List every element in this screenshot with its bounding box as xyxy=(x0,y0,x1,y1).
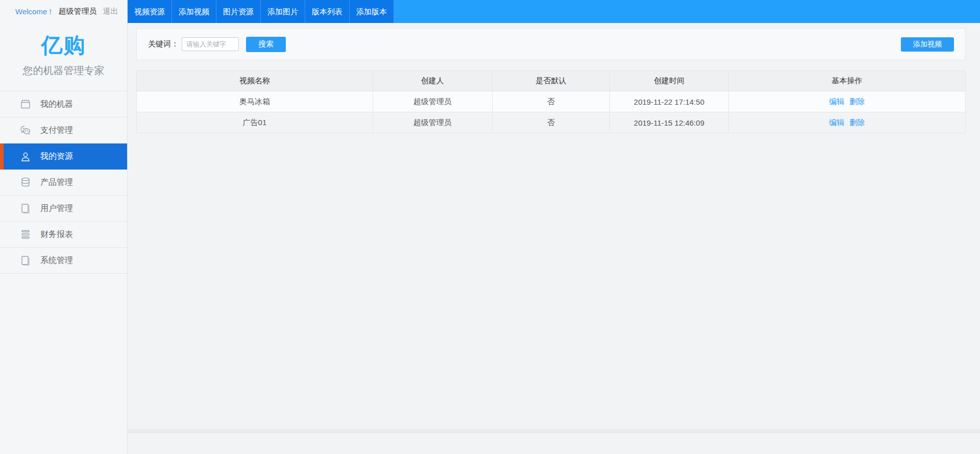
tab-image-resources[interactable]: 图片资源 xyxy=(216,0,261,23)
add-video-button[interactable]: 添加视频 xyxy=(901,37,954,52)
cell-video-name: 广告01 xyxy=(137,112,373,133)
sidebar-item-label: 系统管理 xyxy=(40,255,73,266)
sidebar-item-my-resources[interactable]: 我的资源 xyxy=(0,144,127,170)
sidebar-item-label: 产品管理 xyxy=(40,177,73,188)
brand-tagline: 您的机器管理专家 xyxy=(0,64,127,78)
col-creator: 创建人 xyxy=(373,71,492,91)
col-actions: 基本操作 xyxy=(728,71,966,91)
welcome-text: Welcome ! xyxy=(15,7,52,16)
table-header-row: 视频名称 创建人 是否默认 创建时间 基本操作 xyxy=(137,71,966,91)
sidebar-item-users[interactable]: 用户管理 xyxy=(0,196,127,222)
documents-icon xyxy=(19,202,32,214)
cell-is-default: 否 xyxy=(492,112,610,133)
sidebar-item-label: 财务报表 xyxy=(40,229,73,240)
sidebar-item-products[interactable]: 产品管理 xyxy=(0,170,127,196)
tab-version-list[interactable]: 版本列表 xyxy=(305,0,350,23)
main-area: 视频资源 添加视频 图片资源 添加图片 版本列表 添加版本 关键词： 搜索 添加… xyxy=(128,0,980,454)
cell-is-default: 否 xyxy=(492,91,610,112)
top-nav-tabs: 视频资源 添加视频 图片资源 添加图片 版本列表 添加版本 xyxy=(128,0,394,23)
table-row: 奥马冰箱 超级管理员 否 2019-11-22 17:14:50 编辑 删除 xyxy=(137,91,966,112)
col-video-name: 视频名称 xyxy=(137,71,373,91)
cell-creator: 超级管理员 xyxy=(373,112,492,133)
tab-add-image[interactable]: 添加图片 xyxy=(261,0,305,23)
cell-creator: 超级管理员 xyxy=(373,91,492,112)
keyword-label: 关键词： xyxy=(148,39,179,49)
sidebar-item-label: 用户管理 xyxy=(40,203,73,214)
sidebar-item-label: 我的资源 xyxy=(40,151,73,162)
col-is-default: 是否默认 xyxy=(492,71,610,91)
search-button[interactable]: 搜索 xyxy=(246,37,286,52)
col-created-at: 创建时间 xyxy=(610,71,728,91)
documents-icon xyxy=(19,254,32,267)
sidebar-item-label: 我的机器 xyxy=(40,99,73,110)
tab-add-version[interactable]: 添加版本 xyxy=(350,0,394,23)
current-username: 超级管理员 xyxy=(59,7,97,16)
search-panel: 关键词： 搜索 添加视频 xyxy=(136,28,966,60)
tab-video-resources[interactable]: 视频资源 xyxy=(128,0,172,23)
table-row: 广告01 超级管理员 否 2019-11-15 12:46:09 编辑 删除 xyxy=(137,112,966,133)
sidebar-item-system[interactable]: 系统管理 xyxy=(0,248,127,274)
edit-link[interactable]: 编辑 xyxy=(829,97,844,106)
video-table-wrap: 视频名称 创建人 是否默认 创建时间 基本操作 奥马冰箱 超级管理员 否 201… xyxy=(136,70,966,133)
app-logo: 亿购 xyxy=(0,31,127,60)
logout-link[interactable]: 退出 xyxy=(103,7,118,16)
sidebar-item-label: 支付管理 xyxy=(40,125,73,136)
report-icon xyxy=(19,228,32,241)
delete-link[interactable]: 删除 xyxy=(849,97,865,106)
video-table: 视频名称 创建人 是否默认 创建时间 基本操作 奥马冰箱 超级管理员 否 201… xyxy=(136,70,966,133)
content-panel: 关键词： 搜索 添加视频 视频名称 创建人 是否默认 创建时间 基本操作 xyxy=(128,28,980,433)
sidebar-menu: 我的机器 支付管理 我的资源 产品管理 用户管理 xyxy=(0,91,127,274)
user-icon xyxy=(19,151,32,163)
top-nav: 视频资源 添加视频 图片资源 添加图片 版本列表 添加版本 xyxy=(128,0,980,23)
keyword-input[interactable] xyxy=(182,37,239,51)
sidebar: Welcome ! 超级管理员 退出 亿购 您的机器管理专家 我的机器 支付管理… xyxy=(0,0,128,454)
sidebar-item-my-machines[interactable]: 我的机器 xyxy=(0,91,127,117)
delete-link[interactable]: 删除 xyxy=(849,118,865,127)
user-bar: Welcome ! 超级管理员 退出 xyxy=(0,0,127,23)
tab-add-video[interactable]: 添加视频 xyxy=(172,0,216,23)
sidebar-item-payments[interactable]: 支付管理 xyxy=(0,117,127,144)
cell-actions: 编辑 删除 xyxy=(728,91,966,112)
wechat-pay-icon xyxy=(19,124,32,136)
edit-link[interactable]: 编辑 xyxy=(829,118,844,127)
cell-created-at: 2019-11-15 12:46:09 xyxy=(610,112,728,133)
cell-created-at: 2019-11-22 17:14:50 xyxy=(610,91,728,112)
machine-icon xyxy=(19,98,32,110)
sidebar-item-finance-reports[interactable]: 财务报表 xyxy=(0,222,127,248)
brand-block: 亿购 您的机器管理专家 xyxy=(0,23,127,91)
database-icon xyxy=(19,176,32,188)
cell-video-name: 奥马冰箱 xyxy=(137,91,373,112)
cell-actions: 编辑 删除 xyxy=(728,112,966,133)
